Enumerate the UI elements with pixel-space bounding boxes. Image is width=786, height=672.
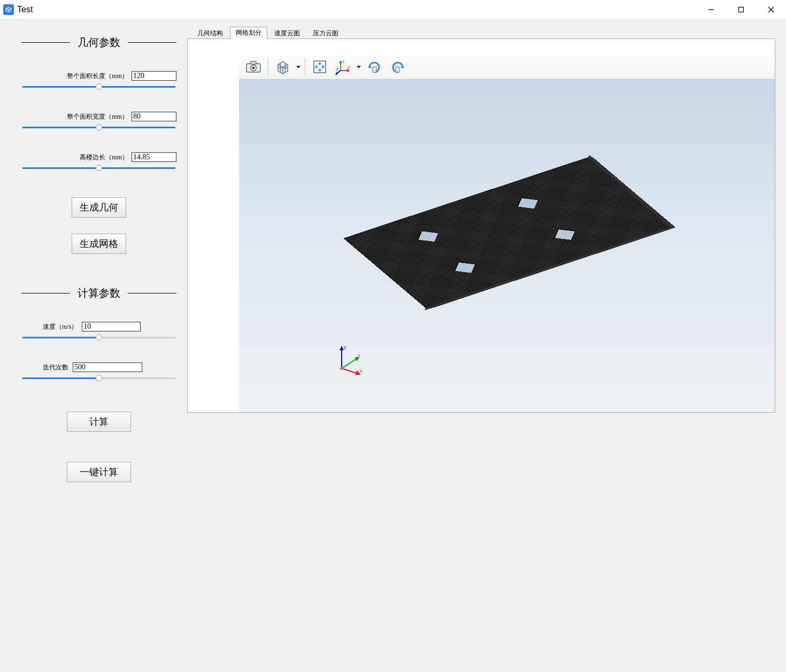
divider <box>128 293 176 293</box>
triad-y-label: y <box>358 353 360 358</box>
tab-pressure-cloud[interactable]: 压力云图 <box>307 27 344 39</box>
param-iters-label: 迭代次数 <box>43 363 68 372</box>
xyz-axes-button[interactable]: YXZ <box>332 57 355 77</box>
one-click-compute-button[interactable]: 一键计算 <box>67 462 131 482</box>
section-title-compute: 计算参数 <box>70 286 128 300</box>
app-icon <box>3 4 14 15</box>
titlebar: Test <box>0 0 786 19</box>
param-width-label: 整个面积宽度（mm） <box>67 112 128 121</box>
generate-mesh-button[interactable]: 生成网格 <box>72 234 126 254</box>
left-panel: 几何参数 整个面积长度（mm） 整个面积宽度（mm） 高楼边长 <box>11 27 187 661</box>
param-iters-slider[interactable] <box>22 377 175 379</box>
svg-marker-29 <box>400 65 404 68</box>
titlebar-left: Test <box>3 4 33 15</box>
toolbar-3d: YXZ <box>239 54 775 80</box>
param-length-label: 整个面积长度（mm） <box>67 72 128 81</box>
tab-mesh[interactable]: 网格划分 <box>230 27 267 39</box>
param-velocity-label: 速度（m/s） <box>43 322 78 331</box>
maximize-button[interactable] <box>726 0 756 19</box>
svg-marker-27 <box>368 65 372 68</box>
param-tower-label: 高楼边长（mm） <box>80 153 128 162</box>
param-iters: 迭代次数 <box>21 362 176 382</box>
triad-x-label: x <box>360 368 363 374</box>
rotate-cw-button[interactable] <box>363 57 386 77</box>
param-velocity-input[interactable] <box>82 322 141 331</box>
param-width: 整个面积宽度（mm） <box>21 112 176 131</box>
svg-rect-5 <box>251 61 256 64</box>
minimize-button[interactable] <box>696 0 726 19</box>
param-tower-input[interactable] <box>132 152 176 162</box>
close-button[interactable] <box>756 0 786 19</box>
view-cube-dropdown[interactable] <box>295 64 302 69</box>
svg-rect-30 <box>396 67 399 72</box>
param-length: 整个面积长度（mm） <box>21 71 176 90</box>
rotate-ccw-button[interactable] <box>387 57 409 77</box>
svg-rect-1 <box>739 7 744 12</box>
fit-view-button[interactable] <box>309 57 331 77</box>
mesh-plate <box>363 155 651 310</box>
param-velocity: 速度（m/s） <box>21 322 176 341</box>
compute-button[interactable]: 计算 <box>67 412 131 432</box>
svg-marker-15 <box>296 66 300 68</box>
param-width-input[interactable] <box>132 112 176 121</box>
tabs-row: 几何结构 网格划分 速度云图 压力云图 <box>187 27 775 38</box>
xyz-axes-dropdown[interactable] <box>356 64 362 69</box>
right-area: 几何结构 网格划分 速度云图 压力云图 <box>187 27 775 661</box>
window-controls <box>696 0 786 19</box>
divider <box>128 42 176 43</box>
svg-rect-28 <box>373 67 376 72</box>
param-velocity-slider[interactable] <box>22 337 175 338</box>
section-title-geometry: 几何参数 <box>70 35 128 50</box>
screenshot-button[interactable] <box>242 57 265 77</box>
orientation-triad: z y x <box>335 343 367 375</box>
viewer-inner: YXZ <box>239 54 775 412</box>
svg-line-35 <box>342 368 358 374</box>
triad-z-label: z <box>344 345 346 350</box>
svg-point-7 <box>252 66 255 69</box>
param-length-input[interactable] <box>132 71 176 81</box>
toolbar-separator <box>305 58 305 76</box>
body: 几何参数 整个面积长度（mm） 整个面积宽度（mm） 高楼边长 <box>0 19 786 672</box>
generate-geometry-button[interactable]: 生成几何 <box>72 197 126 218</box>
svg-marker-32 <box>340 346 344 350</box>
param-width-slider[interactable] <box>22 127 175 128</box>
svg-text:Y: Y <box>342 60 345 64</box>
app-window: Test 几何参数 整个面积长度（mm） <box>0 0 786 672</box>
section-header-geometry: 几何参数 <box>21 35 176 50</box>
svg-marker-26 <box>357 66 361 68</box>
viewer-frame: YXZ <box>187 38 775 413</box>
viewport-3d[interactable]: z y x <box>239 80 775 412</box>
window-title: Test <box>17 5 33 14</box>
svg-text:Z: Z <box>336 67 339 71</box>
section-header-compute: 计算参数 <box>21 286 176 300</box>
tab-geometry[interactable]: 几何结构 <box>191 27 229 39</box>
view-cube-button[interactable] <box>272 57 294 77</box>
param-tower: 高楼边长（mm） <box>21 152 176 172</box>
param-iters-input[interactable] <box>73 362 142 372</box>
divider <box>21 293 70 293</box>
svg-text:X: X <box>348 66 350 69</box>
toolbar-separator <box>268 58 268 76</box>
param-length-slider[interactable] <box>22 86 175 88</box>
divider <box>21 42 70 43</box>
param-tower-slider[interactable] <box>22 167 175 169</box>
svg-line-33 <box>342 359 357 368</box>
tab-velocity-cloud[interactable]: 速度云图 <box>268 27 306 39</box>
svg-point-37 <box>340 367 343 370</box>
